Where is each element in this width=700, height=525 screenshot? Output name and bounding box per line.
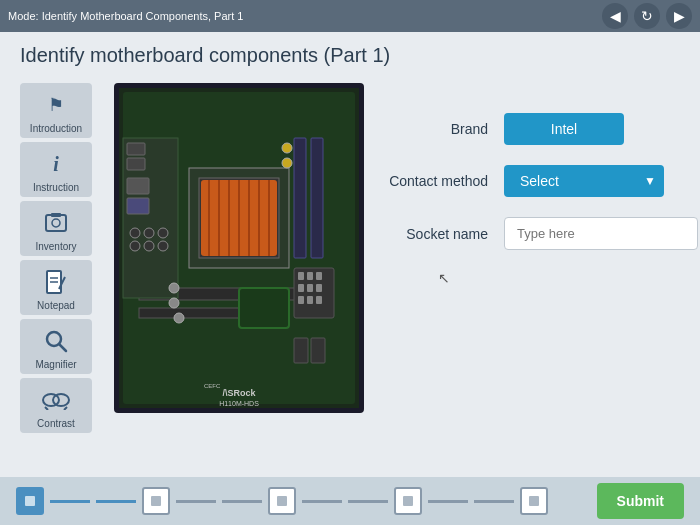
back-button[interactable]: ◀	[602, 3, 628, 29]
svg-rect-33	[298, 284, 304, 292]
sidebar-label-instruction: Instruction	[33, 182, 79, 193]
svg-rect-65	[403, 496, 413, 506]
sidebar-item-instruction[interactable]: i Instruction	[20, 142, 92, 197]
svg-rect-62	[25, 496, 35, 506]
sidebar-item-introduction[interactable]: ⚑ Introduction	[20, 83, 92, 138]
submit-button[interactable]: Submit	[597, 483, 684, 519]
progress-dots	[16, 487, 597, 515]
svg-rect-43	[127, 198, 149, 214]
svg-rect-51	[294, 338, 308, 363]
brand-label: Brand	[378, 121, 488, 137]
motherboard-image: /\SRock H110M-HDS CEFC	[114, 83, 364, 413]
content-row: ⚑ Introduction i Instruction Inventory	[20, 83, 680, 433]
svg-point-44	[130, 228, 140, 238]
sidebar-label-magnifier: Magnifier	[35, 359, 76, 370]
svg-line-11	[45, 407, 48, 410]
sidebar-label-inventory: Inventory	[35, 241, 76, 252]
svg-point-2	[52, 219, 60, 227]
svg-rect-36	[298, 296, 304, 304]
svg-line-8	[59, 344, 66, 351]
sidebar-item-contrast[interactable]: Contrast	[20, 378, 92, 433]
form-area: Brand Intel Contact method Select ▼ Sock…	[378, 83, 698, 433]
sidebar-label-contrast: Contrast	[37, 418, 75, 429]
sidebar-item-inventory[interactable]: Inventory	[20, 201, 92, 256]
svg-point-10	[53, 394, 69, 406]
svg-rect-63	[151, 496, 161, 506]
svg-rect-66	[529, 496, 539, 506]
svg-rect-30	[298, 272, 304, 280]
progress-step-2[interactable]	[142, 487, 170, 515]
progress-line-7	[428, 500, 468, 503]
brand-row: Brand Intel	[378, 113, 698, 145]
svg-point-61	[282, 158, 292, 168]
progress-line-6	[348, 500, 388, 503]
main-content: Identify motherboard components (Part 1)…	[0, 32, 700, 512]
sidebar-label-notepad: Notepad	[37, 300, 75, 311]
introduction-icon: ⚑	[40, 89, 72, 121]
socket-name-label: Socket name	[378, 226, 488, 242]
svg-point-47	[130, 241, 140, 251]
forward-button[interactable]: ▶	[666, 3, 692, 29]
svg-rect-31	[307, 272, 313, 280]
magnifier-icon	[40, 325, 72, 357]
contact-method-wrapper: Select ▼	[504, 165, 664, 197]
cursor-indicator: ↖	[438, 270, 450, 286]
brand-button[interactable]: Intel	[504, 113, 624, 145]
svg-rect-25	[294, 138, 306, 258]
contact-method-label: Contact method	[378, 173, 488, 189]
sidebar-item-magnifier[interactable]: Magnifier	[20, 319, 92, 374]
refresh-button[interactable]: ↻	[634, 3, 660, 29]
inventory-icon	[40, 207, 72, 239]
svg-point-57	[169, 283, 179, 293]
progress-line-1	[50, 500, 90, 503]
progress-line-8	[474, 500, 514, 503]
contact-method-row: Contact method Select ▼	[378, 165, 698, 197]
contrast-icon	[40, 384, 72, 416]
notepad-icon	[40, 266, 72, 298]
svg-rect-52	[311, 338, 325, 363]
svg-text:/\SRock: /\SRock	[222, 388, 256, 398]
svg-rect-0	[46, 215, 66, 231]
progress-line-5	[302, 500, 342, 503]
contact-method-select[interactable]: Select	[504, 165, 664, 197]
svg-text:CEFC: CEFC	[204, 383, 221, 389]
progress-step-3[interactable]	[268, 487, 296, 515]
nav-icons: ◀ ↻ ▶	[602, 3, 692, 29]
sidebar: ⚑ Introduction i Instruction Inventory	[20, 83, 100, 433]
progress-step-4[interactable]	[394, 487, 422, 515]
svg-rect-35	[316, 284, 322, 292]
svg-line-12	[64, 407, 67, 410]
svg-rect-37	[307, 296, 313, 304]
svg-text:H110M-HDS: H110M-HDS	[219, 400, 259, 407]
progress-line-3	[176, 500, 216, 503]
progress-line-4	[222, 500, 262, 503]
page-title: Identify motherboard components (Part 1)	[20, 44, 680, 67]
svg-point-59	[174, 313, 184, 323]
svg-rect-50	[239, 288, 289, 328]
svg-rect-34	[307, 284, 313, 292]
svg-rect-26	[311, 138, 323, 258]
svg-point-45	[144, 228, 154, 238]
svg-point-48	[144, 241, 154, 251]
svg-rect-42	[127, 178, 149, 194]
svg-rect-40	[127, 143, 145, 155]
svg-point-46	[158, 228, 168, 238]
svg-rect-32	[316, 272, 322, 280]
progress-step-5[interactable]	[520, 487, 548, 515]
sidebar-item-notepad[interactable]: Notepad	[20, 260, 92, 315]
svg-rect-41	[127, 158, 145, 170]
bottom-bar: Submit	[0, 477, 700, 525]
cursor-area: ↖	[378, 270, 698, 290]
svg-rect-1	[51, 213, 61, 217]
progress-step-1[interactable]	[16, 487, 44, 515]
socket-name-input[interactable]	[504, 217, 698, 250]
svg-point-60	[282, 143, 292, 153]
top-bar: Mode: Identify Motherboard Components, P…	[0, 0, 700, 32]
progress-line-2	[96, 500, 136, 503]
socket-name-row: Socket name	[378, 217, 698, 250]
svg-point-58	[169, 298, 179, 308]
svg-point-49	[158, 241, 168, 251]
sidebar-label-introduction: Introduction	[30, 123, 82, 134]
svg-rect-38	[316, 296, 322, 304]
instruction-icon: i	[40, 148, 72, 180]
